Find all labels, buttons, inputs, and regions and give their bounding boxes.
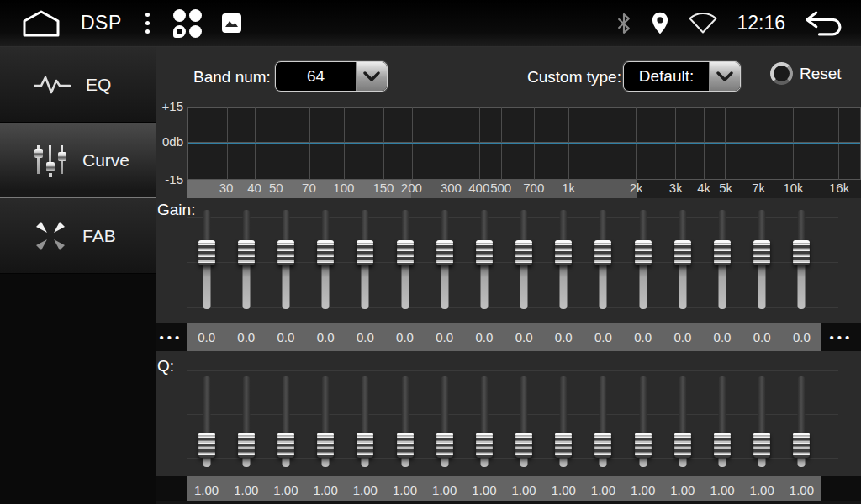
gain-slider[interactable]	[782, 206, 821, 315]
q-slider[interactable]	[226, 374, 266, 468]
band-num-value: 64	[276, 62, 356, 91]
q-slider-thumb[interactable]	[515, 433, 532, 458]
slider-track-upper	[322, 210, 330, 242]
q-slider[interactable]	[504, 374, 544, 468]
gain-slider-thumb[interactable]	[397, 240, 414, 265]
gain-slider[interactable]	[346, 206, 385, 315]
q-slider[interactable]	[385, 374, 425, 468]
gain-slider-thumb[interactable]	[635, 240, 652, 265]
q-slider-thumb[interactable]	[317, 433, 334, 458]
gain-value-cell: 0.0	[782, 323, 821, 351]
q-slider[interactable]	[623, 374, 663, 468]
q-slider[interactable]	[306, 374, 346, 468]
apps-icon[interactable]	[173, 9, 202, 38]
gain-slider-thumb[interactable]	[436, 240, 453, 265]
app-title: DSP	[81, 12, 122, 34]
slider-track-upper	[719, 376, 726, 435]
q-slider-thumb[interactable]	[238, 433, 255, 458]
sidebar-item-eq[interactable]: EQ	[0, 47, 156, 123]
gain-slider-thumb[interactable]	[238, 240, 255, 265]
slider-track-upper	[401, 376, 409, 435]
reset-button[interactable]: Reset	[770, 62, 842, 85]
slider-track-lower	[480, 264, 488, 309]
gain-slider-thumb[interactable]	[198, 240, 215, 265]
slider-track-lower	[520, 264, 528, 309]
q-slider-thumb[interactable]	[476, 433, 493, 458]
slider-track-lower	[679, 264, 686, 309]
sidebar-item-curve[interactable]: Curve	[0, 123, 156, 198]
home-icon[interactable]	[22, 9, 61, 38]
custom-type-dropdown[interactable]: Default:	[623, 61, 741, 92]
band-num-dropdown[interactable]: 64	[275, 61, 388, 92]
freq-tick-label: 700	[523, 181, 544, 195]
gain-slider[interactable]	[266, 206, 305, 315]
q-slider[interactable]	[464, 374, 504, 468]
gain-slider[interactable]	[425, 206, 464, 315]
q-slider[interactable]	[187, 374, 226, 468]
overflow-menu-icon[interactable]	[142, 9, 153, 37]
q-slider-thumb[interactable]	[635, 433, 652, 458]
gain-slider[interactable]	[544, 206, 584, 315]
q-slider[interactable]	[702, 374, 742, 468]
gallery-icon[interactable]	[222, 13, 241, 33]
q-slider[interactable]	[663, 374, 702, 468]
gain-more-left-button[interactable]: •••	[156, 323, 187, 351]
q-slider[interactable]	[742, 374, 782, 468]
reset-radio-icon[interactable]	[770, 62, 793, 85]
gain-slider-thumb[interactable]	[317, 240, 334, 265]
gain-slider[interactable]	[385, 206, 425, 315]
q-slider-thumb[interactable]	[753, 433, 770, 458]
gain-slider[interactable]	[226, 206, 266, 315]
back-icon[interactable]	[804, 10, 844, 37]
gain-slider[interactable]	[663, 206, 702, 315]
gain-slider-thumb[interactable]	[594, 240, 611, 265]
slider-track-upper	[322, 376, 330, 435]
q-slider-thumb[interactable]	[198, 433, 215, 458]
q-slider[interactable]	[266, 374, 305, 468]
gain-slider-thumb[interactable]	[674, 240, 691, 265]
gain-slider-thumb[interactable]	[357, 240, 373, 265]
slider-track-lower	[282, 264, 289, 309]
gain-more-right-button[interactable]: •••	[821, 323, 861, 351]
q-slider-thumb[interactable]	[714, 433, 731, 458]
chevron-down-icon[interactable]	[356, 62, 387, 91]
gain-slider[interactable]	[306, 206, 346, 315]
freq-tick-label: 2k	[630, 181, 643, 195]
curve-panel: Band num: 64 Custom type: Default: Reset…	[156, 47, 861, 504]
slider-track-upper	[758, 376, 766, 435]
sidebar-item-fab[interactable]: FAB	[0, 198, 156, 274]
slider-track-lower	[242, 264, 250, 309]
gain-slider-thumb[interactable]	[793, 240, 810, 265]
gain-value-cell: 0.0	[584, 323, 623, 351]
q-slider-thumb[interactable]	[436, 433, 453, 458]
gain-slider[interactable]	[702, 206, 742, 315]
gain-slider-thumb[interactable]	[555, 240, 572, 265]
gain-slider[interactable]	[584, 206, 623, 315]
gain-slider[interactable]	[187, 206, 226, 315]
q-slider-thumb[interactable]	[277, 433, 294, 458]
q-slider-thumb[interactable]	[793, 433, 810, 458]
gain-slider-thumb[interactable]	[714, 240, 731, 265]
chevron-down-icon[interactable]	[709, 62, 740, 91]
q-slider[interactable]	[584, 374, 623, 468]
q-slider-thumb[interactable]	[674, 433, 691, 458]
q-slider[interactable]	[346, 374, 385, 468]
gain-slider[interactable]	[504, 206, 544, 315]
gain-value-cell: 0.0	[266, 323, 305, 351]
q-slider[interactable]	[782, 374, 821, 468]
q-slider-thumb[interactable]	[397, 433, 414, 458]
gain-slider[interactable]	[464, 206, 504, 315]
gain-slider-thumb[interactable]	[515, 240, 532, 265]
q-slider-thumb[interactable]	[555, 433, 572, 458]
gain-value-row: ••• 0.00.00.00.00.00.00.00.00.00.00.00.0…	[156, 323, 861, 351]
q-slider-thumb[interactable]	[357, 433, 373, 458]
eq-graph: +150db-15 304050701001502003004005007001…	[187, 107, 861, 198]
q-slider[interactable]	[425, 374, 464, 468]
gain-slider-thumb[interactable]	[476, 240, 493, 265]
gain-slider-thumb[interactable]	[277, 240, 294, 265]
gain-slider[interactable]	[623, 206, 663, 315]
gain-slider-thumb[interactable]	[753, 240, 770, 265]
q-slider-thumb[interactable]	[594, 433, 611, 458]
q-slider[interactable]	[544, 374, 584, 468]
gain-slider[interactable]	[742, 206, 782, 315]
